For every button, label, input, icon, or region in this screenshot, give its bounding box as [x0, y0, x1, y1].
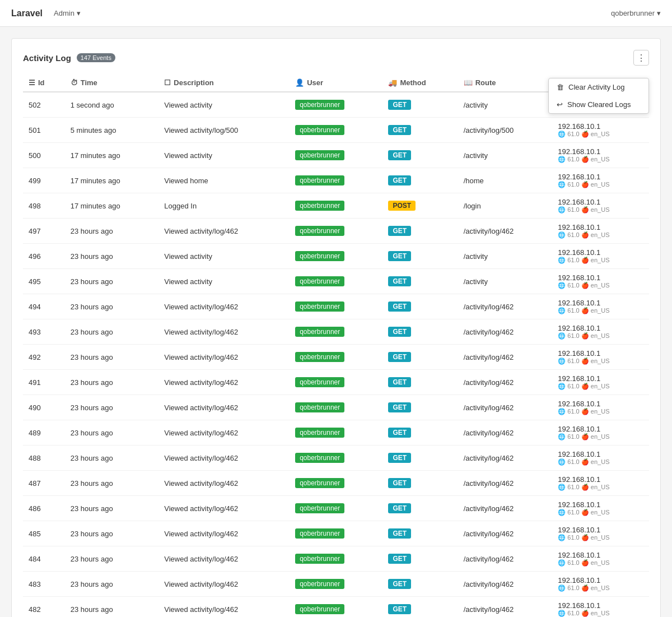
cell-ip: 192.168.10.1 🌐 61.0 🍎 en_US — [552, 345, 649, 370]
cell-id: 492 — [23, 345, 65, 370]
cell-ip: 192.168.10.1 🌐 61.0 🍎 en_US — [552, 521, 649, 546]
show-cleared-label: Show Cleared Logs — [567, 100, 631, 109]
cell-route: /activity/log/462 — [458, 294, 553, 319]
cell-ip: 192.168.10.1 🌐 61.0 🍎 en_US — [552, 446, 649, 471]
cell-time: 23 hours ago — [65, 395, 159, 420]
cell-ip: 192.168.10.1 🌐 61.0 🍎 en_US — [552, 546, 649, 572]
cell-id: 499 — [23, 168, 65, 193]
cell-description: Viewed activity/log/462 — [158, 597, 290, 618]
cell-method: GET — [382, 471, 458, 496]
ip-value: 192.168.10.1 — [558, 223, 600, 231]
table-row: 492 23 hours ago Viewed activity/log/462… — [23, 345, 649, 370]
cell-description: Viewed activity/log/462 — [158, 521, 290, 546]
cell-description: Logged In — [158, 193, 290, 219]
cell-id: 494 — [23, 294, 65, 319]
cell-user: qoberbrunner — [290, 294, 382, 319]
ip-value: 192.168.10.1 — [558, 400, 600, 408]
show-cleared-logs-item[interactable]: ↩ Show Cleared Logs — [549, 96, 648, 113]
cell-id: 488 — [23, 446, 65, 471]
ip-value: 192.168.10.1 — [558, 526, 600, 534]
cell-description: Viewed activity — [158, 244, 290, 269]
admin-menu[interactable]: Admin ▾ — [54, 9, 81, 17]
ip-value: 192.168.10.1 — [558, 198, 600, 206]
cell-time: 23 hours ago — [65, 471, 159, 496]
cell-time: 23 hours ago — [65, 521, 159, 546]
user-badge: qoberbrunner — [295, 478, 344, 488]
cell-description: Viewed activity — [158, 143, 290, 168]
cell-route: /login — [458, 193, 553, 219]
cell-ip: 192.168.10.1 🌐 61.0 🍎 en_US — [552, 269, 649, 294]
cell-user: qoberbrunner — [290, 370, 382, 395]
method-badge: GET — [388, 402, 411, 412]
cell-time: 17 minutes ago — [65, 143, 159, 168]
method-badge: GET — [388, 175, 411, 185]
cell-id: 487 — [23, 471, 65, 496]
cell-description: Viewed activity/log/462 — [158, 395, 290, 420]
table-row: 500 17 minutes ago Viewed activity qober… — [23, 143, 649, 168]
cell-route: /activity — [458, 244, 553, 269]
ip-extras: 🌐 61.0 🍎 en_US — [558, 484, 643, 491]
ip-value: 192.168.10.1 — [558, 248, 600, 257]
cell-description: Viewed activity/log/462 — [158, 219, 290, 244]
cell-route: /activity/log/462 — [458, 420, 553, 446]
options-container: ⋮ 🗑 Clear Activity Log ↩ Show Cleared Lo… — [633, 50, 649, 66]
options-dropdown: 🗑 Clear Activity Log ↩ Show Cleared Logs — [548, 78, 649, 114]
ip-extras: 🌐 61.0 🍎 en_US — [558, 206, 643, 214]
cell-description: Viewed activity/log/462 — [158, 572, 290, 597]
cell-method: GET — [382, 92, 458, 118]
user-badge: qoberbrunner — [295, 604, 344, 614]
table-body: 502 1 second ago Viewed activity qoberbr… — [23, 92, 649, 617]
cell-description: Viewed home — [158, 168, 290, 193]
user-badge: qoberbrunner — [295, 352, 344, 362]
cell-user: qoberbrunner — [290, 597, 382, 618]
user-badge: qoberbrunner — [295, 579, 344, 589]
cell-id: 484 — [23, 546, 65, 572]
user-badge: qoberbrunner — [295, 503, 344, 513]
cell-user: qoberbrunner — [290, 244, 382, 269]
cell-route: /activity/log/462 — [458, 395, 553, 420]
cell-time: 23 hours ago — [65, 319, 159, 345]
ip-value: 192.168.10.1 — [558, 475, 600, 484]
cell-ip: 192.168.10.1 🌐 61.0 🍎 en_US — [552, 319, 649, 345]
cell-time: 17 minutes ago — [65, 168, 159, 193]
user-menu[interactable]: qoberbrunner ▾ — [611, 9, 661, 17]
card-title: Activity Log — [23, 53, 71, 63]
ip-value: 192.168.10.1 — [558, 122, 600, 131]
admin-label: Admin — [54, 9, 74, 17]
col-description: ☐Description — [158, 74, 290, 92]
cell-id: 493 — [23, 319, 65, 345]
time-col-icon: ⏱ — [71, 78, 78, 87]
clear-activity-log-item[interactable]: 🗑 Clear Activity Log — [549, 78, 648, 96]
cell-route: /activity/log/462 — [458, 597, 553, 618]
options-button[interactable]: ⋮ — [633, 50, 649, 66]
cell-id: 490 — [23, 395, 65, 420]
ip-value: 192.168.10.1 — [558, 425, 600, 433]
cell-description: Viewed activity/log/462 — [158, 496, 290, 521]
user-badge: qoberbrunner — [295, 453, 344, 463]
ip-extras: 🌐 61.0 🍎 en_US — [558, 509, 643, 516]
brand-logo: Laravel — [11, 8, 43, 18]
cell-user: qoberbrunner — [290, 572, 382, 597]
cell-id: 491 — [23, 370, 65, 395]
cell-description: Viewed activity/log/500 — [158, 118, 290, 143]
cell-ip: 192.168.10.1 🌐 61.0 🍎 en_US — [552, 420, 649, 446]
user-badge: qoberbrunner — [295, 251, 344, 261]
main-content: Activity Log 147 Events ⋮ 🗑 Clear Activi… — [0, 27, 672, 617]
ip-value: 192.168.10.1 — [558, 173, 600, 181]
user-badge: qoberbrunner — [295, 402, 344, 412]
activity-log-card: Activity Log 147 Events ⋮ 🗑 Clear Activi… — [11, 38, 661, 617]
cell-time: 23 hours ago — [65, 446, 159, 471]
cell-user: qoberbrunner — [290, 219, 382, 244]
cell-ip: 192.168.10.1 🌐 61.0 🍎 en_US — [552, 496, 649, 521]
table-row: 495 23 hours ago Viewed activity qoberbr… — [23, 269, 649, 294]
cell-user: qoberbrunner — [290, 319, 382, 345]
cell-route: /activity/log/462 — [458, 471, 553, 496]
cell-method: GET — [382, 395, 458, 420]
cell-description: Viewed activity — [158, 92, 290, 118]
cell-route: /home — [458, 168, 553, 193]
cell-id: 497 — [23, 219, 65, 244]
ip-extras: 🌐 61.0 🍎 en_US — [558, 408, 643, 415]
method-badge: GET — [388, 528, 411, 539]
trash-icon: 🗑 — [557, 83, 564, 91]
cell-ip: 192.168.10.1 🌐 61.0 🍎 en_US — [552, 471, 649, 496]
